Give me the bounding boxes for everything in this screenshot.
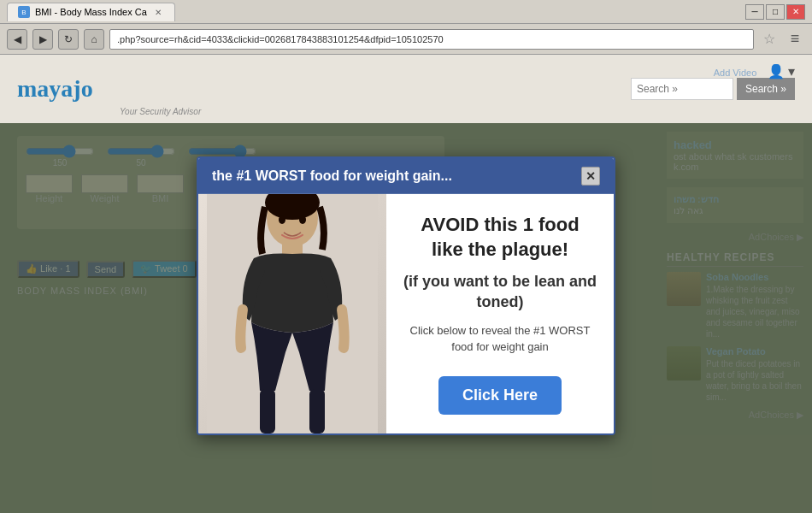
minimize-button[interactable]: ─	[745, 4, 764, 20]
page-area: 150 50 18 161.0 Height	[0, 123, 812, 513]
popup-header-text: the #1 WORST food for weight gain...	[212, 168, 452, 184]
svg-rect-5	[309, 389, 325, 433]
browser-tab[interactable]: B BMI - Body Mass Index Ca ✕	[7, 3, 175, 21]
maximize-button[interactable]: □	[766, 4, 785, 20]
address-bar[interactable]: .php?source=rh&cid=4033&clickid=00268178…	[109, 29, 754, 50]
popup-header: the #1 WORST food for weight gain... ✕	[198, 158, 614, 194]
svg-point-6	[279, 215, 285, 224]
popup-main-text: AVOID this 1 food like the plague!	[403, 213, 597, 262]
tab-title: BMI - Body Mass Index Ca	[35, 7, 147, 17]
site-header: mayajo Your Security Advisor Search » Ad…	[0, 55, 812, 123]
site-tagline: Your Security Advisor	[120, 107, 201, 116]
svg-rect-4	[260, 389, 275, 433]
site-search: Search »	[631, 78, 795, 100]
back-button[interactable]: ◀	[7, 29, 27, 50]
popup-modal: the #1 WORST food for weight gain... ✕	[197, 156, 615, 435]
svg-point-7	[299, 215, 306, 224]
tab-favicon: B	[18, 6, 30, 18]
search-input[interactable]	[631, 78, 733, 100]
popup-reveal-text: Click below to reveal the #1 WORST food …	[403, 322, 597, 356]
popup-text-area: AVOID this 1 food like the plague! (if y…	[386, 194, 614, 433]
tab-close-button[interactable]: ✕	[152, 6, 164, 18]
window-controls: ─ □ ✕	[745, 4, 805, 20]
popup-close-button[interactable]: ✕	[581, 167, 600, 186]
browser-titlebar: B BMI - Body Mass Index Ca ✕ ─ □ ✕	[0, 0, 812, 24]
menu-button[interactable]: ≡	[785, 29, 805, 50]
website-content: mayajo Your Security Advisor Search » Ad…	[0, 55, 812, 513]
user-icon[interactable]: 👤 ▾	[768, 64, 795, 79]
popup-image-area	[198, 194, 386, 433]
site-logo: mayajo	[17, 75, 93, 103]
logo-text: maya	[17, 75, 73, 102]
reload-button[interactable]: ↻	[58, 29, 79, 50]
add-video-link[interactable]: Add Video	[714, 68, 757, 78]
browser-toolbar: ◀ ▶ ↻ ⌂ .php?source=rh&cid=4033&clickid=…	[0, 24, 812, 55]
header-links: Add Video 👤 ▾	[714, 63, 795, 80]
address-text: .php?source=rh&cid=4033&clickid=00268178…	[117, 34, 444, 44]
close-button[interactable]: ✕	[786, 4, 805, 20]
popup-cta-button[interactable]: Click Here	[438, 376, 562, 415]
woman-figure	[207, 194, 378, 433]
logo-suffix: jo	[73, 75, 92, 102]
forward-button[interactable]: ▶	[32, 29, 53, 50]
popup-body: AVOID this 1 food like the plague! (if y…	[198, 194, 614, 433]
bookmark-button[interactable]: ☆	[759, 29, 780, 50]
home-button[interactable]: ⌂	[84, 29, 104, 50]
search-button[interactable]: Search »	[737, 78, 795, 100]
popup-sub-text: (if you want to be lean and toned)	[403, 272, 597, 312]
